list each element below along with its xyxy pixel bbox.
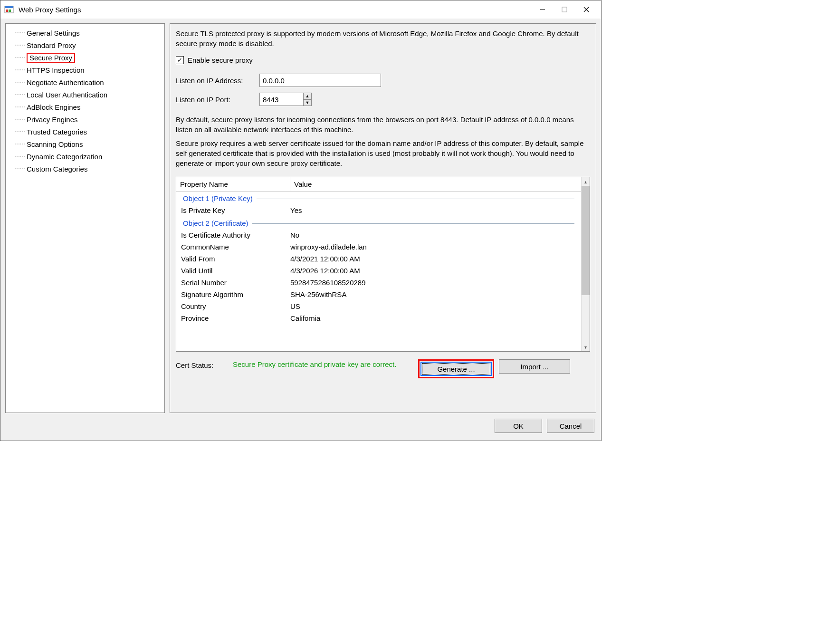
table-row[interactable]: Serial Number5928475286108520289 <box>176 277 581 288</box>
sidebar-item-https-inspection[interactable]: ⋯⋯HTTPS Inspection <box>6 64 164 76</box>
ip-address-input[interactable] <box>259 74 381 87</box>
cancel-button[interactable]: Cancel <box>547 419 594 433</box>
table-row[interactable]: Valid Until4/3/2026 12:00:00 AM <box>176 265 581 277</box>
enable-secure-proxy-checkbox[interactable]: ✓ Enable secure proxy <box>176 56 590 64</box>
sidebar-item-custom-categories[interactable]: ⋯⋯Custom Categories <box>6 163 164 175</box>
cert-status-message: Secure Proxy certificate and private key… <box>233 359 413 369</box>
sidebar-item-scanning-options[interactable]: ⋯⋯Scanning Options <box>6 138 164 150</box>
sidebar-item-general-settings[interactable]: ⋯⋯General Settings <box>6 27 164 39</box>
table-row[interactable]: Is Private KeyYes <box>176 204 581 216</box>
enable-label: Enable secure proxy <box>188 56 253 64</box>
close-button[interactable] <box>575 2 597 17</box>
dialog-footer: OK Cancel <box>5 413 596 436</box>
sidebar-item-negotiate-auth[interactable]: ⋯⋯Negotiate Authentication <box>6 76 164 88</box>
import-button[interactable]: Import ... <box>499 359 570 374</box>
scroll-track[interactable] <box>582 295 590 343</box>
chevron-up-icon[interactable]: ▲ <box>304 93 311 100</box>
group-certificate: Object 2 (Certificate) <box>176 216 581 229</box>
table-row[interactable]: Valid From4/3/2021 12:00:00 AM <box>176 253 581 265</box>
table-row[interactable]: Signature AlgorithmSHA-256withRSA <box>176 288 581 300</box>
ip-port-label: Listen on IP Port: <box>176 96 259 104</box>
table-row[interactable]: Is Certificate AuthorityNo <box>176 229 581 241</box>
ip-port-spinner[interactable]: ▲ ▼ <box>259 93 312 106</box>
svg-rect-1 <box>5 6 13 8</box>
sidebar: ⋯⋯General Settings ⋯⋯Standard Proxy ⋯⋯Se… <box>5 23 165 413</box>
maximize-button <box>554 2 575 17</box>
ip-address-label: Listen on IP Address: <box>176 77 259 85</box>
ok-button[interactable]: OK <box>495 419 542 433</box>
checkmark-icon: ✓ <box>176 56 184 64</box>
svg-rect-2 <box>6 10 8 12</box>
cert-status-label: Cert Status: <box>176 359 228 369</box>
table-row[interactable]: ProvinceCalifornia <box>176 312 581 324</box>
titlebar: Web Proxy Settings <box>0 0 601 19</box>
scrollbar[interactable]: ▴ ▾ <box>581 177 590 351</box>
svg-rect-3 <box>9 10 11 12</box>
sidebar-item-adblock-engines[interactable]: ⋯⋯AdBlock Engines <box>6 101 164 113</box>
certificate-properties: Property Name Value Object 1 (Private Ke… <box>176 177 590 352</box>
column-property-name[interactable]: Property Name <box>176 177 290 191</box>
sidebar-item-secure-proxy[interactable]: ⋯⋯Secure Proxy <box>6 51 164 64</box>
table-row[interactable]: CountryUS <box>176 300 581 312</box>
ip-port-input[interactable] <box>259 93 303 106</box>
body: ⋯⋯General Settings ⋯⋯Standard Proxy ⋯⋯Se… <box>0 19 601 441</box>
table-row[interactable]: CommonNamewinproxy-ad.diladele.lan <box>176 241 581 253</box>
sidebar-item-trusted-categories[interactable]: ⋯⋯Trusted Categories <box>6 125 164 138</box>
intro-text: Secure TLS protected proxy is supported … <box>176 29 590 48</box>
sidebar-item-privacy-engines[interactable]: ⋯⋯Privacy Engines <box>6 113 164 125</box>
scroll-up-icon[interactable]: ▴ <box>582 177 590 186</box>
sidebar-item-dynamic-categorization[interactable]: ⋯⋯Dynamic Categorization <box>6 150 164 163</box>
note-port: By default, secure proxy listens for inc… <box>176 115 590 134</box>
generate-highlight: Generate ... <box>418 359 494 378</box>
window: Web Proxy Settings ⋯⋯General Settings ⋯⋯… <box>0 0 601 441</box>
main-panel: Secure TLS protected proxy is supported … <box>170 23 596 413</box>
scroll-thumb[interactable] <box>582 186 590 295</box>
window-title: Web Proxy Settings <box>19 6 532 14</box>
chevron-down-icon[interactable]: ▼ <box>304 100 311 106</box>
spinner-buttons[interactable]: ▲ ▼ <box>303 93 312 106</box>
group-private-key: Object 1 (Private Key) <box>176 192 581 204</box>
scroll-down-icon[interactable]: ▾ <box>582 343 590 351</box>
generate-button[interactable]: Generate ... <box>420 362 492 376</box>
minimize-button[interactable] <box>532 2 554 17</box>
note-cert: Secure proxy requires a web server certi… <box>176 138 590 168</box>
column-value[interactable]: Value <box>290 177 581 191</box>
svg-rect-5 <box>562 7 567 12</box>
app-icon <box>4 5 14 14</box>
sidebar-item-standard-proxy[interactable]: ⋯⋯Standard Proxy <box>6 39 164 51</box>
sidebar-item-local-user-auth[interactable]: ⋯⋯Local User Authentication <box>6 88 164 101</box>
